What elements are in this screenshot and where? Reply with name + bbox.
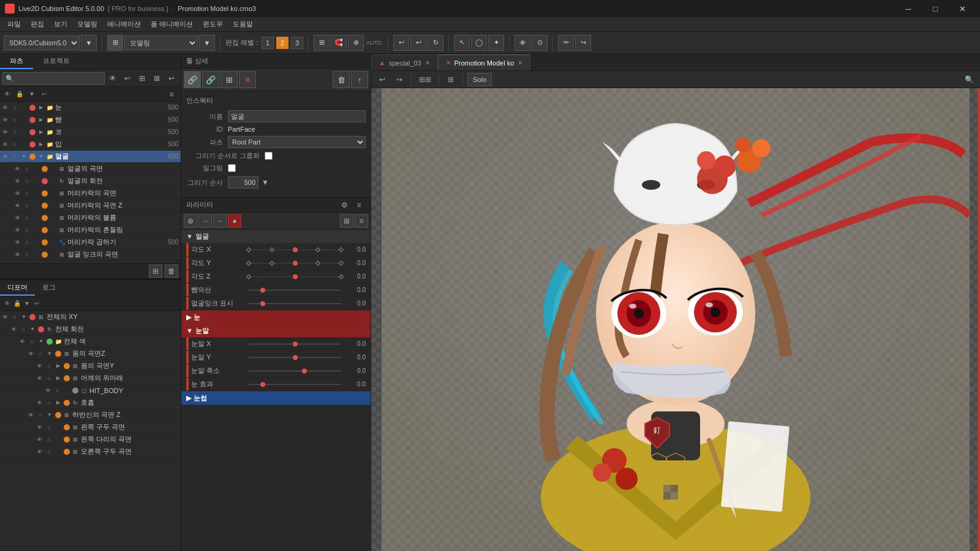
- order-input[interactable]: [228, 176, 258, 189]
- magnet-btn[interactable]: 🧲: [331, 35, 347, 51]
- expand-icon[interactable]: [37, 141, 45, 147]
- parts-eye-btn[interactable]: 👁: [106, 72, 119, 85]
- lock-toggle[interactable]: ○: [44, 375, 54, 381]
- lock-toggle[interactable]: ○: [44, 449, 54, 455]
- layer-item[interactable]: 👁 ○ ⊞ 얼굴의 곡면: [0, 163, 181, 175]
- vis-toggle[interactable]: 👁: [12, 203, 22, 209]
- lock-toggle[interactable]: ○: [10, 129, 20, 135]
- param-slider[interactable]: [249, 340, 341, 348]
- param-slider[interactable]: [249, 246, 341, 254]
- param-slider[interactable]: [249, 259, 341, 268]
- pen-btn[interactable]: ✏: [558, 35, 574, 51]
- canvas-mesh-btn[interactable]: ⊞: [443, 73, 458, 86]
- vis-toggle[interactable]: 👁: [12, 252, 22, 258]
- solo-button[interactable]: Solo: [467, 73, 492, 86]
- grid-btn[interactable]: ⊞: [314, 35, 330, 51]
- param-slider[interactable]: [249, 367, 341, 375]
- lock-toggle[interactable]: ○: [22, 166, 32, 172]
- layer-item[interactable]: 👁 ○ 🐾 머리카락 곱하기 500: [0, 236, 181, 249]
- lock-toggle[interactable]: ○: [36, 412, 45, 418]
- view-btn[interactable]: 👁: [514, 35, 530, 51]
- vis-toggle[interactable]: 👁: [0, 141, 10, 148]
- parts-del-btn[interactable]: ⊠: [150, 72, 164, 85]
- expand-icon[interactable]: [37, 117, 45, 122]
- snap-btn[interactable]: ⊕: [348, 35, 364, 51]
- deformer-item[interactable]: 👁 ○ ⊞ 전체의 XY: [0, 311, 181, 323]
- menu-window[interactable]: 윈도우: [198, 17, 228, 32]
- select-tool[interactable]: ↖: [454, 35, 470, 51]
- circle-tool[interactable]: ◯: [471, 35, 487, 51]
- vis-toggle[interactable]: 👁: [34, 437, 44, 443]
- vis-toggle[interactable]: 👁: [34, 375, 44, 381]
- deformer-item[interactable]: 👁 ○ ⊞ 몸의 곡면Z: [0, 348, 181, 360]
- layer-menu-btn[interactable]: ≡: [165, 88, 178, 101]
- param-grid-btn[interactable]: ⊞: [340, 214, 353, 228]
- layer-item[interactable]: 👁 ○ 📁 눈 500: [0, 102, 181, 114]
- expand-icon[interactable]: [54, 375, 62, 381]
- layer-item[interactable]: 👁 ○ ⊞ 머리카락의 볼륨: [0, 212, 181, 224]
- sdk-dropdown-btn[interactable]: ▼: [81, 35, 97, 51]
- deformer-item[interactable]: 👁 ○ ⊞ 왼쪽 다리의 곡면: [0, 433, 181, 446]
- params-menu-btn[interactable]: ≡: [352, 198, 366, 212]
- edit-level-3[interactable]: 3: [291, 37, 303, 49]
- lock-toggle[interactable]: ○: [22, 178, 32, 184]
- param-slider[interactable]: [249, 299, 341, 308]
- deformer-item[interactable]: 👁 ○ ⊞ 오른쪽 구두 곡면: [0, 446, 181, 458]
- lock-toggle[interactable]: ○: [10, 105, 20, 111]
- edit-level-1[interactable]: 1: [262, 37, 274, 49]
- parts-add-btn[interactable]: ⊞: [135, 72, 149, 85]
- menu-file[interactable]: 파일: [2, 17, 26, 32]
- canvas-viewport[interactable]: 釘: [371, 88, 980, 551]
- vis-toggle[interactable]: 👁: [34, 449, 44, 455]
- canvas-grid-btn[interactable]: ⊞⊞: [416, 73, 434, 86]
- vis-toggle[interactable]: 👁: [34, 363, 44, 369]
- refresh-btn[interactable]: ↻: [428, 35, 443, 51]
- deformer-item[interactable]: 👁 ○ 📁 전체 색: [0, 335, 181, 348]
- param-menu2-btn[interactable]: ≡: [355, 214, 368, 228]
- layer-item-face[interactable]: 👁 ○ 📁 얼굴 500: [0, 151, 181, 163]
- lock-toggle[interactable]: ○: [22, 239, 32, 246]
- tab-deformer[interactable]: 디포머: [0, 280, 35, 296]
- layer-item[interactable]: 👁 ○ ⊞ 머리카락의 흔들림: [0, 224, 181, 236]
- maximize-button[interactable]: □: [922, 0, 948, 17]
- deformer-item[interactable]: 👁 ○ ⊞ 몸의 곡면Y: [0, 360, 181, 372]
- vis-toggle[interactable]: 👁: [12, 190, 22, 197]
- layer-item[interactable]: 👁 ○ 📁 입 500: [0, 138, 181, 151]
- sdk-selector[interactable]: SDK5.0/Cubism5.0: [4, 36, 80, 50]
- param-link-btn[interactable]: →: [198, 214, 212, 228]
- lock-toggle[interactable]: ○: [22, 215, 32, 221]
- canvas-undo-btn[interactable]: ↩: [375, 73, 390, 86]
- tool-unlink-btn[interactable]: 🔗: [202, 71, 219, 88]
- param-group-face[interactable]: ▼ 얼굴: [181, 230, 371, 243]
- param-red-btn[interactable]: ●: [228, 214, 241, 228]
- expand-icon[interactable]: [54, 400, 62, 405]
- mode-dropdown-btn[interactable]: ▼: [199, 35, 215, 51]
- lock-toggle[interactable]: ○: [22, 227, 32, 233]
- vis-toggle[interactable]: 👁: [0, 314, 10, 320]
- parts-link-btn[interactable]: ↩: [165, 72, 178, 85]
- vis-toggle[interactable]: 👁: [34, 424, 44, 430]
- parts-select[interactable]: Root Part: [228, 136, 366, 148]
- params-settings-btn[interactable]: ⚙: [337, 198, 351, 212]
- expand-icon[interactable]: [45, 412, 54, 418]
- draw-order-checkbox[interactable]: [265, 152, 273, 160]
- layer-item[interactable]: 👁 ○ ⊞ 머리카락의 곡면 Z: [0, 200, 181, 212]
- vis-toggle[interactable]: 👁: [9, 326, 18, 332]
- layer-item[interactable]: 👁 ○ ↻ 얼굴의 회전: [0, 175, 181, 187]
- tool-warp-btn[interactable]: ⊞: [221, 71, 238, 88]
- vis-toggle[interactable]: 👁: [12, 178, 22, 184]
- param-group-pupils[interactable]: ▼ 눈알: [181, 324, 371, 337]
- param-slider[interactable]: [249, 353, 341, 362]
- lock-toggle[interactable]: ○: [36, 351, 45, 357]
- order-dropdown-btn[interactable]: ▼: [258, 176, 272, 189]
- param-slider[interactable]: [249, 286, 341, 294]
- menu-animation[interactable]: 애니메이션: [102, 17, 146, 32]
- lock-toggle[interactable]: ○: [44, 363, 54, 369]
- tool-move-up-btn[interactable]: ↑: [351, 71, 368, 88]
- lock-toggle[interactable]: ○: [18, 326, 28, 332]
- vis-toggle[interactable]: 👁: [12, 166, 22, 172]
- menu-form-animation[interactable]: 폼 애니메이션: [146, 17, 198, 32]
- expand-icon[interactable]: [37, 129, 45, 135]
- expand-icon[interactable]: [20, 314, 28, 320]
- param-group-eyes[interactable]: ▶ 눈: [181, 310, 371, 324]
